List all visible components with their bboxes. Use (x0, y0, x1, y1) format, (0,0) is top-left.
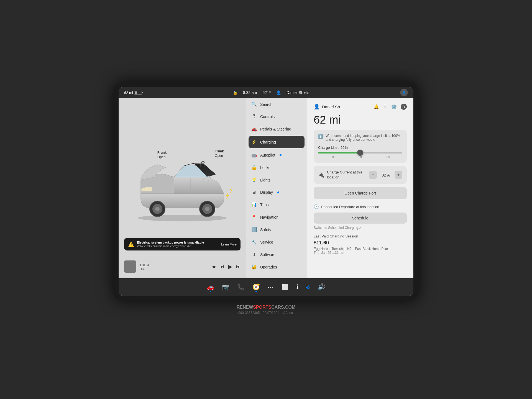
username-status: Daniel Shiels (287, 90, 309, 95)
menu-item-pedals-steering[interactable]: 🚗 Pedals & Steering (246, 123, 307, 135)
next-track-button[interactable]: ⏭ (236, 264, 241, 269)
battery-indicator: 62 mi (124, 91, 142, 95)
last-session-date: Thu, Jan 25 1:31 pm (314, 251, 407, 255)
svg-point-4 (155, 207, 160, 211)
alert-subtitle: Vehicle will consume more energy while i… (137, 245, 218, 248)
watermark-cars: CARS.COM (271, 305, 295, 310)
menu-label-lights: Lights (260, 178, 270, 182)
lock-icon: 🔒 (233, 90, 237, 95)
taskbar-home-icon[interactable]: ⬜ (282, 284, 288, 290)
info-note-text: We recommend keeping your charge limit a… (326, 134, 402, 142)
menu-icon-search: 🔍 (251, 102, 257, 107)
media-thumbnail (124, 260, 136, 273)
play-pause-button[interactable]: ▶ (228, 263, 232, 270)
menu-icon-navigation: 📍 (251, 214, 257, 220)
prev-track-button[interactable]: ⏮ (220, 264, 224, 269)
menu-icon-software: ⬇ (251, 252, 257, 257)
person-icon: 👤 (276, 90, 281, 95)
menu-icon-autopilot: 🤖 (251, 152, 257, 158)
tesla-screen-frame: 62 mi 🔒 8:32 am 52°F 👤 Daniel Shiels 👤 (114, 82, 418, 301)
temperature-display: 52°F (262, 90, 271, 95)
status-center: 🔒 8:32 am 52°F 👤 Daniel Shiels (233, 90, 309, 95)
alert-text: Electrical system backup power is unavai… (137, 241, 218, 248)
menu-dot-display (277, 191, 279, 193)
menu-item-lights[interactable]: 💡 Lights (246, 174, 307, 186)
taskbar-nav-icon[interactable]: 🧭 (252, 283, 260, 291)
settings-icon[interactable]: ⚙️ (391, 104, 397, 109)
svg-point-7 (205, 207, 209, 211)
charge-limit-slider[interactable] (318, 152, 402, 154)
menu-item-upgrades[interactable]: 🔐 Upgrades (246, 261, 307, 273)
menu-label-upgrades: Upgrades (260, 265, 277, 269)
last-session-location: Egg Harbor Township, NJ – East Black Hor… (314, 247, 407, 251)
decrease-current-button[interactable]: − (369, 171, 377, 179)
top-action-icons: 🔔 🎙 ⚙️ D (374, 104, 407, 110)
taskbar-phone-icon[interactable]: 📞 (237, 283, 245, 291)
last-charging-session: Last Paid Charging Session $11.60 Egg Ha… (314, 234, 407, 255)
increase-current-button[interactable]: + (395, 171, 402, 179)
last-session-title: Last Paid Charging Session (314, 234, 407, 238)
taskbar-bluetooth-icon[interactable]: Ƀ (306, 284, 310, 290)
user-circle-icon[interactable]: D (401, 104, 407, 110)
menu-icon-service: 🔧 (251, 239, 257, 245)
menu-items-list: 🔍 Search 🎛 Controls 🚗 Pedals & Steering … (246, 98, 307, 273)
status-bar: 62 mi 🔒 8:32 am 52°F 👤 Daniel Shiels 👤 (119, 87, 413, 98)
status-right: 👤 (400, 89, 408, 96)
user-display-name: Daniel Sh... (322, 104, 344, 109)
menu-item-trips[interactable]: 📊 Trips (246, 198, 307, 211)
menu-icon-upgrades: 🔐 (251, 264, 257, 270)
main-content: Frunk Open Trunk Open (119, 98, 413, 278)
charge-amount-control: − 32 A + (369, 171, 402, 179)
schedule-button[interactable]: Schedule (314, 213, 407, 224)
menu-item-locks[interactable]: 🔒 Locks (246, 161, 307, 174)
menu-item-charging[interactable]: ⚡ Charging (249, 136, 305, 148)
media-station: 101.9 (140, 263, 209, 267)
switch-to-scheduled-charging-link[interactable]: Switch to Scheduled Charging > (314, 226, 407, 230)
menu-item-software[interactable]: ⬇ Software (246, 248, 307, 261)
watermark-info: 000-38672365 - 02/07/2024 - IAA Inc. (237, 311, 295, 315)
menu-item-controls[interactable]: 🎛 Controls (246, 111, 307, 123)
slider-ticks: 50 + 60 + 80 (318, 156, 402, 159)
slider-thumb[interactable] (357, 150, 363, 156)
menu-label-search: Search (260, 102, 272, 107)
menu-label-controls: Controls (260, 114, 275, 119)
menu-item-safety[interactable]: ℹ️ Safety (246, 223, 307, 236)
charge-current-row: 🔌 Charge Current at this location − 32 A… (314, 166, 407, 184)
menu-item-service[interactable]: 🔧 Service (246, 236, 307, 248)
menu-label-navigation: Navigation (260, 215, 278, 219)
media-info: 101.9 HD1 (140, 263, 209, 270)
menu-label-safety: Safety (260, 227, 271, 232)
menu-label-service: Service (260, 240, 273, 244)
charge-current-label: Charge Current at this location (327, 170, 366, 180)
notification-icon[interactable]: 🔔 (374, 104, 379, 109)
taskbar-camera-icon[interactable]: 📷 (222, 283, 229, 291)
menu-item-navigation[interactable]: 📍 Navigation (246, 211, 307, 223)
taskbar-volume-icon[interactable]: 🔊 (318, 283, 325, 291)
favorite-button[interactable]: ★ (212, 264, 216, 269)
left-panel: Frunk Open Trunk Open (119, 98, 246, 278)
menu-item-display[interactable]: 🖥 Display (246, 186, 307, 198)
menu-label-trips: Trips (260, 203, 269, 207)
menu-dot-autopilot (280, 154, 282, 156)
open-charge-port-button[interactable]: Open Charge Port (314, 187, 407, 199)
menu-label-autopilot: Autopilot (260, 153, 275, 157)
user-avatar: 👤 (400, 89, 408, 96)
taskbar-car-icon[interactable]: 🚗 (207, 283, 214, 291)
slider-fill (318, 152, 360, 154)
media-type: HD1 (140, 267, 209, 270)
last-session-amount: $11.60 (314, 240, 407, 246)
charge-limit-label: Charge Limit: 50% (318, 145, 402, 150)
menu-icon-locks: 🔒 (251, 165, 257, 170)
watermark-renew: RENEW (237, 305, 253, 310)
menu-label-display: Display (260, 190, 273, 195)
microphone-icon[interactable]: 🎙 (383, 104, 387, 109)
menu-icon-pedals-steering: 🚗 (251, 126, 257, 132)
taskbar-info-icon[interactable]: ℹ (296, 283, 298, 291)
alert-learn-more-link[interactable]: Learn More (221, 243, 237, 246)
taskbar-more-icon[interactable]: ··· (268, 284, 273, 290)
menu-label-pedals-steering: Pedals & Steering (260, 127, 291, 131)
scheduled-departure-label: Scheduled Departure at this location (321, 205, 379, 209)
menu-item-search[interactable]: 🔍 Search (246, 98, 307, 111)
menu-item-autopilot[interactable]: 🤖 Autopilot (246, 149, 307, 161)
time-display: 8:32 am (243, 90, 257, 95)
